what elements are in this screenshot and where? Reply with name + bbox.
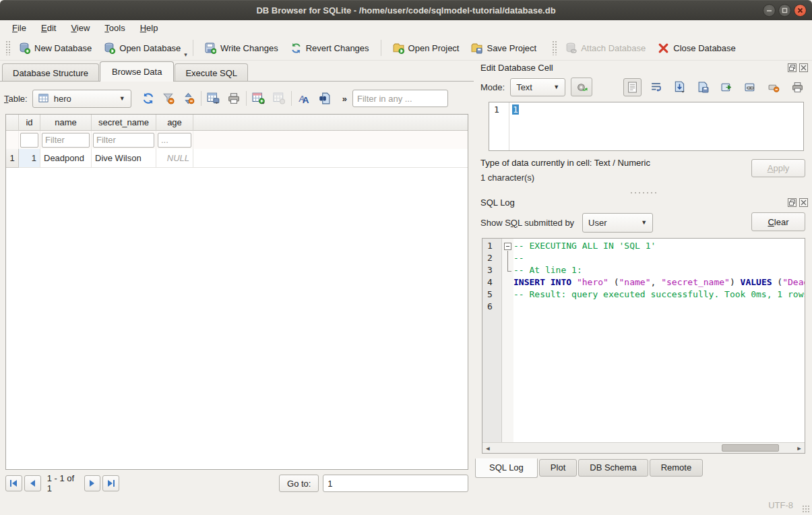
open-database-dropdown-icon[interactable]: ▾ <box>184 51 187 60</box>
copy-link-button[interactable] <box>741 78 759 96</box>
delete-record-button[interactable] <box>269 90 289 107</box>
find-button[interactable] <box>314 90 334 107</box>
cell-name[interactable]: Deadpond <box>40 149 92 168</box>
column-header-age[interactable]: age <box>156 115 193 131</box>
first-record-button[interactable] <box>5 475 22 491</box>
resize-grip[interactable] <box>802 505 810 513</box>
open-external-button[interactable] <box>718 78 736 96</box>
dock-tab-bar: SQL Log Plot DB Schema Remote <box>475 459 812 479</box>
dock-close-icon[interactable] <box>799 198 808 207</box>
new-database-button[interactable]: New Database <box>13 39 98 57</box>
save-project-button[interactable]: Save Project <box>465 39 542 57</box>
auto-apply-button[interactable] <box>571 78 592 96</box>
tab-db-schema[interactable]: DB Schema <box>578 459 648 477</box>
print-cell-button[interactable] <box>788 78 807 96</box>
dock-float-icon[interactable] <box>788 198 797 207</box>
scrollbar-thumb[interactable] <box>722 444 779 452</box>
import-cell-data-button[interactable] <box>670 78 689 96</box>
clear-filters-button[interactable] <box>158 90 179 107</box>
filter-input-secret-name[interactable] <box>93 133 154 148</box>
insert-record-button[interactable] <box>249 90 269 107</box>
tab-execute-sql[interactable]: Execute SQL <box>175 63 248 82</box>
set-null-button[interactable] <box>765 78 783 96</box>
tab-sql-log[interactable]: SQL Log <box>475 458 538 478</box>
refresh-button[interactable] <box>138 90 158 107</box>
dock-float-icon[interactable] <box>788 63 797 72</box>
sql-log-editor[interactable]: 123456 -- EXECUTING ALL IN 'SQL 1'---- A… <box>482 238 805 454</box>
toolbar-separator <box>381 40 381 56</box>
row-filler <box>193 149 468 168</box>
sql-log-line: -- At line 1: <box>513 265 805 277</box>
edit-cell-dock-titlebar[interactable]: Edit Database Cell <box>475 60 812 75</box>
next-record-button[interactable] <box>84 475 101 491</box>
filter-input-name[interactable] <box>42 133 90 148</box>
cell-id[interactable]: 1 <box>19 149 40 168</box>
minimize-icon[interactable] <box>763 4 776 17</box>
fold-collapse-icon[interactable] <box>504 243 511 250</box>
maximize-icon[interactable] <box>778 4 791 17</box>
dock-close-icon[interactable] <box>799 63 808 72</box>
horizontal-scrollbar[interactable]: ◀ ▶ <box>482 442 805 453</box>
cell-secret-name[interactable]: Dive Wilson <box>92 149 156 168</box>
clear-log-button[interactable]: Clear <box>751 212 805 231</box>
filter-input-id[interactable] <box>20 133 38 148</box>
row-number-cell[interactable]: 1 <box>6 149 19 168</box>
open-database-button[interactable]: Open Database <box>98 39 187 57</box>
filter-input-age[interactable] <box>158 133 191 148</box>
tab-browse-data[interactable]: Browse Data <box>100 61 174 82</box>
sql-log-dock-titlebar[interactable]: SQL Log <box>475 195 812 210</box>
text-view-button[interactable] <box>623 78 642 96</box>
column-header-secret-name[interactable]: secret_name <box>92 115 156 131</box>
filter-any-input[interactable] <box>352 90 448 107</box>
revert-changes-icon <box>290 42 302 54</box>
menu-file[interactable]: File <box>5 22 33 34</box>
previous-record-button[interactable] <box>24 475 41 491</box>
last-record-button[interactable] <box>102 475 119 491</box>
clear-sorting-button[interactable] <box>179 90 199 107</box>
export-cell-data-button[interactable] <box>694 78 712 96</box>
cell-age[interactable]: NULL <box>156 149 193 168</box>
tab-plot[interactable]: Plot <box>539 459 577 477</box>
show-sql-select-value: User <box>588 218 606 228</box>
column-header-id[interactable]: id <box>19 115 40 131</box>
menu-tools[interactable]: Tools <box>98 22 131 34</box>
menu-view[interactable]: View <box>64 22 96 34</box>
close-icon[interactable] <box>794 4 807 17</box>
scroll-left-icon[interactable]: ◀ <box>482 443 493 453</box>
tab-remote[interactable]: Remote <box>650 459 704 477</box>
filter-gutter-cell <box>6 131 19 149</box>
close-database-button[interactable]: Close Database <box>652 39 742 57</box>
goto-button[interactable]: Go to: <box>279 475 319 492</box>
new-database-icon <box>19 42 30 54</box>
toolbar-handle[interactable] <box>5 40 10 55</box>
revert-changes-button[interactable]: Revert Changes <box>284 39 375 57</box>
edit-cell-dock-title: Edit Database Cell <box>480 63 553 73</box>
dock-splitter[interactable] <box>475 190 812 195</box>
corner-header[interactable] <box>6 115 19 131</box>
show-sql-select[interactable]: User ▼ <box>582 213 653 233</box>
menu-edit[interactable]: Edit <box>34 22 63 34</box>
open-project-icon <box>393 42 404 54</box>
column-header-name[interactable]: name <box>40 115 92 131</box>
tab-database-structure[interactable]: Database Structure <box>2 63 99 82</box>
attach-database-button[interactable]: Attach Database <box>559 39 652 57</box>
toolbar-handle[interactable] <box>552 40 557 55</box>
font-button[interactable]: AA <box>294 90 314 107</box>
write-changes-button[interactable]: Write Changes <box>199 39 284 57</box>
close-database-icon <box>658 42 669 54</box>
scroll-right-icon[interactable]: ▶ <box>794 443 805 453</box>
toolbar-overflow-chevron[interactable]: » <box>342 94 347 104</box>
table-select[interactable]: hero ▼ <box>32 90 131 108</box>
save-table-button[interactable] <box>204 90 224 107</box>
menu-help[interactable]: Help <box>133 22 165 34</box>
apply-button[interactable]: Apply <box>751 159 805 177</box>
mode-select[interactable]: Text ▼ <box>510 78 565 96</box>
open-project-button[interactable]: Open Project <box>387 39 466 57</box>
title-bar[interactable]: DB Browser for SQLite - /home/user/code/… <box>0 0 812 20</box>
record-range-label: 1 - 1 of 1 <box>47 473 80 493</box>
table-row: 1 1 Deadpond Dive Wilson NULL <box>6 149 468 168</box>
print-table-button[interactable] <box>224 90 244 107</box>
word-wrap-button[interactable] <box>647 78 665 96</box>
goto-input[interactable] <box>323 475 468 492</box>
cell-editor[interactable]: 1 1 <box>489 102 804 151</box>
